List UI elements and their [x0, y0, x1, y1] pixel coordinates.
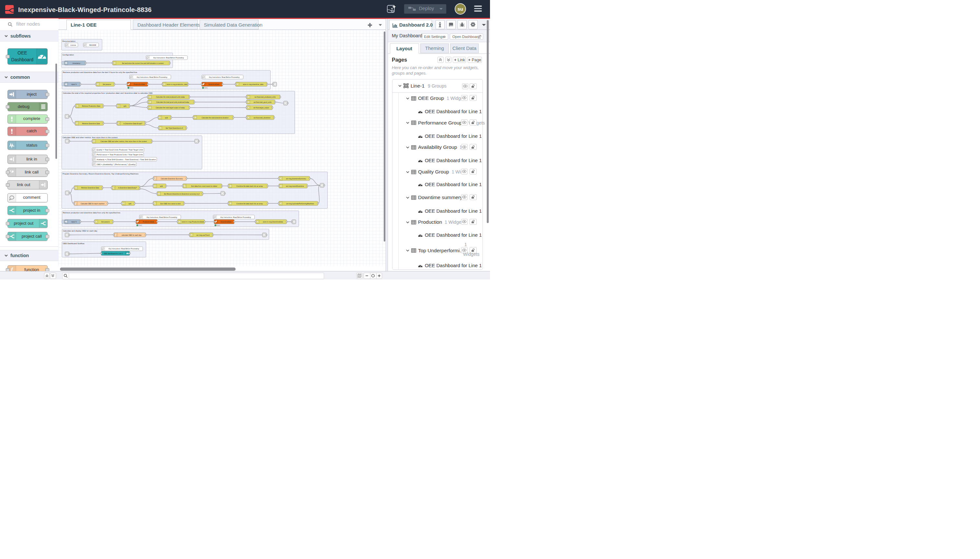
svg-text:Set Recent Downtime & Downtime: Set Recent Downtime & Downtime summery t… [164, 193, 199, 195]
svg-text:Calculate the total produced u: Calculate the total produced units today [156, 96, 185, 98]
svg-text:RWC: RWC [130, 87, 134, 89]
svg-text:store in msg.DowntimeData: store in msg.DowntimeData [263, 221, 283, 223]
svg-text:README: README [89, 44, 96, 46]
svg-text:inject ↻: inject ↻ [71, 221, 77, 223]
svg-text:Calculate the total of the req: Calculate the total of the required prop… [63, 92, 153, 94]
svg-text:Availavity = (Total Shift Dura: Availavity = (Total Shift Duration - Tot… [96, 159, 156, 160]
svg-text:Key Instructions: Read Before: Key Instructions: Read Before Proceeding [147, 216, 177, 218]
svg-text:Sort data from most recent to: Sort data from most recent to oldest [191, 185, 217, 187]
svg-text:calculate OEE for each day: calculate OEE for each day [122, 234, 142, 236]
svg-text:inject ↻: inject ↻ [71, 83, 77, 85]
svg-text:split: split [165, 117, 168, 119]
svg-text:DowntimeData: DowntimeData [208, 83, 219, 85]
svg-text:Set Total Downtime to 0: Set Total Downtime to 0 [165, 127, 183, 129]
svg-text:set msg.topUnderPerformingMach: set msg.topUnderPerformingMachines [286, 203, 314, 205]
svg-text:set msg.oeeTrend: set msg.oeeTrend [196, 234, 210, 236]
svg-text:RWC: RWC [139, 225, 142, 226]
svg-text:Calculate the total downtime d: Calculate the total downtime duration [201, 117, 228, 119]
svg-text:store in msg.downtime_data: store in msg.downtime_data [243, 83, 263, 85]
svg-text:ProductionData: ProductionData [143, 221, 154, 223]
svg-text:RWC: RWC [204, 87, 208, 89]
svg-text:split: split [160, 185, 163, 187]
svg-text:License: License [70, 44, 76, 46]
svg-text:split: split [123, 105, 126, 107]
svg-text:Calculate OEE and other metric: Calculate OEE and other metrics, then st… [63, 137, 118, 139]
svg-text:set flow.total_good_units: set flow.total_good_units [253, 101, 272, 103]
svg-text:ProductionData: ProductionData [134, 83, 145, 85]
svg-text:Retrieve production and downti: Retrieve production and downtime data fr… [63, 71, 138, 73]
svg-text:Key Instructions: Read Before: Key Instructions: Read Before Proceeding [153, 57, 184, 59]
svg-text:Key Instructions: Read Before: Key Instructions: Read Before Proceeding [137, 76, 167, 78]
svg-text:Combine the data back into an: Combine the data back into an array. [236, 203, 263, 205]
svg-text:timestamp ¹: timestamp ¹ [72, 62, 81, 64]
svg-text:Quality = Total Good Units Pro: Quality = Total Good Units Produced / To… [96, 149, 143, 151]
svg-text:OEE = (Availability) * (Perfor: OEE = (Availability) * (Performance) * (… [97, 164, 135, 165]
svg-text:Calculate OEE for each machine: Calculate OEE for each machine [80, 203, 104, 205]
svg-text:Is Downtime Data Empty?: Is Downtime Data Empty? [123, 122, 142, 124]
svg-text:Set and store the current line: Set and store the current line and shift… [122, 62, 164, 64]
svg-text:Prepare Downtime Summary, Rece: Prepare Downtime Summary, Recent Downtim… [63, 173, 139, 175]
svg-text:Calculate and display OEE for: Calculate and display OEE for each day. [63, 230, 98, 232]
svg-text:Key Instructions: Read Before: Key Instructions: Read Before Proceeding [209, 76, 239, 78]
svg-text:set flow.total_produced_units: set flow.total_produced_units [254, 96, 276, 98]
svg-text:Set params: Set params [101, 221, 109, 223]
svg-text:DowntimeData: DowntimeData [220, 221, 231, 223]
svg-text:split: split [128, 203, 132, 205]
svg-text:Combine the data back into an: Combine the data back into an array. [236, 185, 263, 187]
svg-text:RWC: RWC [216, 225, 220, 226]
svg-text:Configuration: Configuration [62, 54, 74, 56]
svg-text:set msg.downtimeSummery: set msg.downtimeSummery [286, 178, 306, 180]
svg-text:set flow.target_output: set flow.target_output [253, 107, 269, 109]
svg-text:Set params: Set params [103, 83, 111, 85]
svg-text:Documentation: Documentation [62, 40, 75, 42]
svg-text:Key Instructions: Read Before: Key Instructions: Read Before Proceeding [109, 248, 139, 250]
svg-text:Calculate the total good units: Calculate the total good units produced … [156, 101, 189, 103]
svg-text:Calculate Downtime Summery: Calculate Downtime Summery [160, 178, 182, 180]
svg-text:set msg.recentDowntime: set msg.recentDowntime [286, 185, 304, 187]
svg-text:store in msg.production_data: store in msg.production_data [167, 83, 187, 85]
svg-text:Performance = Total Produced U: Performance = Total Produced Units / Tot… [97, 154, 143, 155]
svg-text:Calculate the total target out: Calculate the total target output of tod… [155, 107, 185, 109]
svg-text:set flow.total_downtime: set flow.total_downtime [253, 117, 270, 119]
svg-text:Retrieve Downtime Data: Retrieve Downtime Data [81, 187, 99, 189]
svg-text:Key Instructions: Read Before: Key Instructions: Read Before Proceeding [220, 216, 251, 218]
svg-text:Is Downtime Data Empty?: Is Downtime Data Empty? [118, 187, 137, 189]
svg-text:OEE Dashboard Subflow: OEE Dashboard Subflow [63, 243, 84, 245]
svg-text:Retrieve production and downti: Retrieve production and downtime data fr… [63, 212, 121, 214]
svg-text:OEE Dashboard for Line 1: OEE Dashboard for Line 1 [104, 253, 123, 255]
svg-text:store in msg.ProductionData: store in msg.ProductionData [182, 221, 204, 223]
svg-text:Calculate OEE and other metric: Calculate OEE and other metrics, then st… [100, 141, 147, 142]
svg-text:Sort OEE from worst to best: Sort OEE from worst to best [160, 203, 180, 205]
svg-text:Retrieve Downtime Data: Retrieve Downtime Data [82, 122, 100, 124]
svg-text:Retrieve Production Data: Retrieve Production Data [82, 105, 101, 107]
